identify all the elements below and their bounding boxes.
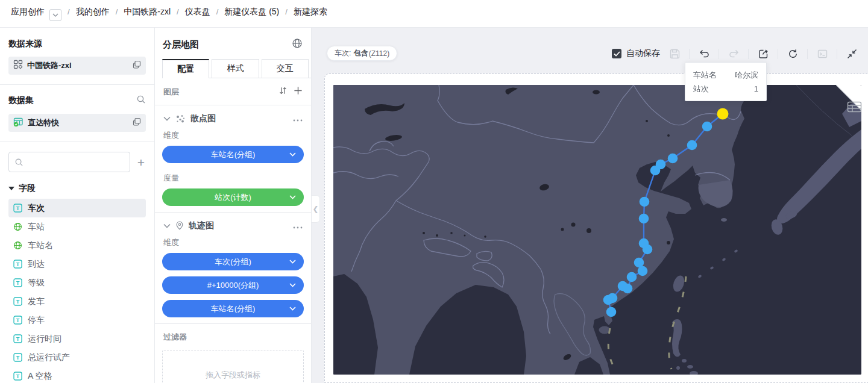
app-grid-icon <box>13 60 23 72</box>
layer-name: 散点图 <box>190 113 288 124</box>
field-item-A 空格[interactable]: TA 空格 <box>8 367 146 383</box>
field-item-车站名[interactable]: 车站名 <box>8 236 146 255</box>
tooltip-value: 1 <box>754 82 758 96</box>
field-label: 车站名 <box>28 240 53 251</box>
layer-name: 轨迹图 <box>189 220 288 231</box>
pill-#+10000(分组)[interactable]: #+10000(分组) <box>162 276 304 294</box>
add-layer-icon[interactable] <box>294 86 303 98</box>
share-button[interactable] <box>756 47 770 60</box>
field-item-总运行试产[interactable]: T总运行试产 <box>8 348 146 367</box>
field-item-车站[interactable]: 车站 <box>8 217 146 236</box>
filter-chip-field: 车次: <box>335 48 351 58</box>
svg-text:T: T <box>16 317 20 323</box>
pill-label: 车次(分组) <box>215 257 251 267</box>
autosave-checkbox[interactable] <box>612 49 621 58</box>
scatter-dimension-pills: 车站名(分组) <box>155 146 311 163</box>
redo-button[interactable] <box>727 47 740 60</box>
dataset-table-icon <box>13 117 24 129</box>
tooltip-label: 站次 <box>693 82 709 96</box>
sort-layers-icon[interactable] <box>278 86 288 98</box>
field-item-车次[interactable]: T车次 <box>8 199 146 217</box>
refresh-button[interactable] <box>786 47 799 60</box>
station-point[interactable] <box>606 307 617 317</box>
station-point[interactable] <box>668 154 678 164</box>
datasource-item[interactable]: 中国铁路-zxl <box>8 57 146 75</box>
station-point[interactable] <box>640 197 650 207</box>
autosave-label: 自动保存 <box>626 48 660 59</box>
chevron-down-icon <box>289 260 296 264</box>
field-search-input[interactable] <box>8 152 130 172</box>
globe-chart-switch-icon[interactable] <box>292 38 303 51</box>
collapse-triangle-icon[interactable] <box>8 187 14 190</box>
layered-map-chart[interactable] <box>333 85 861 375</box>
pill-车次(分组)[interactable]: 车次(分组) <box>162 253 304 270</box>
map-widget-card[interactable] <box>324 73 868 383</box>
collapse-panel-handle[interactable]: ❮ <box>312 195 320 223</box>
pill-label: 站次(计数) <box>215 192 251 203</box>
copy-icon[interactable] <box>133 117 141 128</box>
breadcrumb-item[interactable]: 仪表盘 <box>185 7 210 16</box>
breadcrumb-dropdown[interactable] <box>49 9 61 21</box>
filter-chip[interactable]: 车次: 包含(Z112) <box>327 46 397 61</box>
station-point[interactable] <box>634 258 644 268</box>
station-point[interactable] <box>639 238 649 249</box>
pill-车站名(分组)[interactable]: 车站名(分组) <box>162 146 304 163</box>
breadcrumb-item[interactable]: 中国铁路-zxl <box>124 7 171 16</box>
pill-车站名(分组)[interactable]: 车站名(分组) <box>162 300 304 317</box>
pill-label: #+10000(分组) <box>207 280 259 291</box>
tab-interaction[interactable]: 交互 <box>262 59 309 78</box>
field-item-运行时间[interactable]: T运行时间 <box>8 329 146 348</box>
track-dimension-pills: 车次(分组)#+10000(分组)车站名(分组) <box>155 253 311 317</box>
tab-style[interactable]: 样式 <box>212 59 259 78</box>
view-data-icon[interactable] <box>847 101 862 115</box>
chevron-down-icon <box>163 223 171 228</box>
station-point[interactable] <box>702 122 712 132</box>
field-item-停车[interactable]: T停车 <box>8 311 146 329</box>
dataset-item[interactable]: 直达特快 <box>8 114 146 132</box>
station-point-highlighted[interactable] <box>717 108 729 120</box>
station-point[interactable] <box>623 284 633 294</box>
svg-text:T: T <box>16 205 20 211</box>
filter-drop-zone[interactable]: 拖入字段或指标 <box>162 350 304 383</box>
chart-config-panel: 分层地图 配置 样式 交互 图层 散点图 <box>155 28 312 383</box>
svg-text:T: T <box>16 355 20 361</box>
station-point[interactable] <box>627 272 637 282</box>
station-point[interactable] <box>687 140 697 151</box>
filter-placeholder: 拖入字段或指标 <box>206 370 260 381</box>
undo-button[interactable] <box>697 47 711 60</box>
field-label: 运行时间 <box>28 334 61 344</box>
breadcrumb-separator: / <box>177 7 179 16</box>
pill-站次(计数)[interactable]: 站次(计数) <box>162 188 304 206</box>
copy-icon[interactable] <box>133 60 141 71</box>
breadcrumb-item[interactable]: 应用创作 <box>11 7 45 16</box>
more-options-icon[interactable] <box>293 220 303 231</box>
add-field-button[interactable]: + <box>136 156 146 169</box>
field-item-等级[interactable]: T等级 <box>8 273 146 292</box>
more-options-icon[interactable] <box>293 113 303 124</box>
svg-text:T: T <box>16 261 20 267</box>
tab-config[interactable]: 配置 <box>162 59 209 78</box>
chevron-down-icon <box>289 307 296 311</box>
station-point[interactable] <box>608 293 618 304</box>
text-field-icon: T <box>13 353 22 362</box>
layer-scatter-header[interactable]: 散点图 <box>155 105 311 129</box>
breadcrumb-item[interactable]: 我的创作 <box>76 7 110 16</box>
field-item-到达[interactable]: T到达 <box>8 255 146 273</box>
layer-track-header[interactable]: 轨迹图 <box>155 213 311 237</box>
tooltip-value: 哈尔滨 <box>735 68 758 82</box>
station-point[interactable] <box>639 214 649 224</box>
save-button[interactable] <box>668 47 681 60</box>
breadcrumb-item[interactable]: 新建仪表盘 (5) <box>224 7 279 16</box>
pill-label: 车站名(分组) <box>211 304 256 314</box>
top-bar: 应用创作/我的创作/中国铁路-zxl/仪表盘/新建仪表盘 (5)/新建探索 <box>0 0 868 28</box>
sql-console-button[interactable] <box>816 47 829 60</box>
filter-chip-value: (Z112) <box>369 49 389 58</box>
field-item-发车[interactable]: T发车 <box>8 292 146 311</box>
search-icon[interactable] <box>136 95 146 107</box>
dashboard-canvas: ❮ 车次: 包含(Z112) 自动保存 <box>312 28 868 383</box>
text-field-icon: T <box>13 278 22 287</box>
breadcrumb-item[interactable]: 新建探索 <box>294 7 327 16</box>
collapse-button[interactable] <box>845 47 858 60</box>
station-point[interactable] <box>656 160 666 170</box>
chevron-down-icon <box>289 152 296 157</box>
